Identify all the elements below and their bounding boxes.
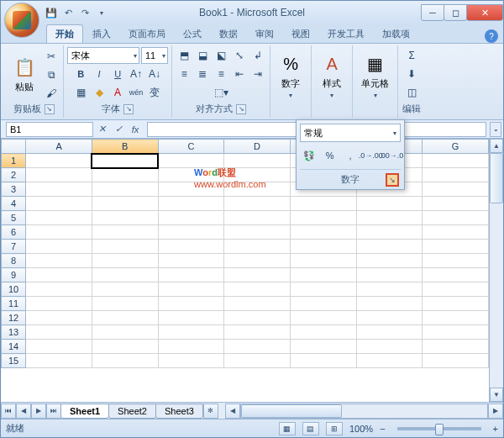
comma-style-icon[interactable]: , bbox=[341, 147, 360, 164]
cell[interactable] bbox=[423, 325, 489, 340]
cell[interactable] bbox=[92, 154, 158, 168]
underline-button[interactable]: U bbox=[109, 66, 126, 82]
cell[interactable] bbox=[224, 197, 291, 211]
cell[interactable] bbox=[224, 340, 291, 354]
increase-decimal-icon[interactable]: .0→.00 bbox=[361, 147, 380, 164]
scroll-left-icon[interactable]: ◀ bbox=[225, 404, 240, 419]
cell[interactable] bbox=[224, 354, 291, 368]
currency-icon[interactable]: 💱 bbox=[300, 147, 318, 164]
cell[interactable] bbox=[423, 311, 489, 325]
number-dialog-launcher[interactable]: ↘ bbox=[386, 173, 399, 187]
format-painter-icon[interactable]: 🖌 bbox=[43, 85, 60, 102]
cell[interactable] bbox=[290, 282, 356, 297]
cell[interactable] bbox=[290, 197, 356, 211]
cell[interactable] bbox=[423, 240, 489, 254]
align-middle-icon[interactable]: ⬓ bbox=[194, 47, 211, 64]
cell[interactable] bbox=[290, 240, 356, 254]
col-header[interactable]: B bbox=[92, 140, 158, 154]
new-sheet-icon[interactable]: ✻ bbox=[203, 404, 218, 419]
cell[interactable] bbox=[158, 311, 224, 325]
cell[interactable] bbox=[26, 282, 92, 297]
scroll-down-icon[interactable]: ▼ bbox=[490, 388, 503, 402]
cell[interactable] bbox=[26, 311, 92, 325]
cancel-icon[interactable]: ✕ bbox=[93, 122, 110, 137]
tab-page-layout[interactable]: 页面布局 bbox=[120, 25, 174, 43]
enter-icon[interactable]: ✓ bbox=[110, 122, 127, 137]
cell[interactable] bbox=[224, 225, 291, 240]
cell[interactable] bbox=[92, 225, 158, 240]
cell[interactable] bbox=[224, 154, 291, 168]
cells-button[interactable]: ▦ 单元格▾ bbox=[356, 50, 394, 101]
orientation-icon[interactable]: ⤡ bbox=[231, 47, 248, 64]
shrink-font-icon[interactable]: A↓ bbox=[146, 66, 163, 82]
cell[interactable] bbox=[92, 282, 158, 297]
zoom-level[interactable]: 100% bbox=[349, 424, 373, 434]
cell[interactable] bbox=[290, 211, 356, 225]
sheet-nav-last-icon[interactable]: ⏭ bbox=[46, 404, 61, 419]
fx-icon[interactable]: fx bbox=[127, 122, 144, 137]
bold-button[interactable]: B bbox=[72, 66, 89, 82]
cell[interactable] bbox=[92, 325, 158, 340]
cell[interactable] bbox=[158, 154, 224, 168]
phonetic2-icon[interactable]: 变 bbox=[146, 84, 163, 101]
cell[interactable] bbox=[423, 282, 489, 297]
col-header[interactable]: C bbox=[158, 140, 224, 154]
zoom-slider[interactable] bbox=[397, 427, 481, 430]
clear-icon[interactable]: ◫ bbox=[403, 84, 420, 101]
cell[interactable] bbox=[92, 254, 158, 268]
border-icon[interactable]: ▦ bbox=[72, 84, 89, 101]
row-header[interactable]: 9 bbox=[2, 268, 26, 282]
cell[interactable] bbox=[356, 354, 423, 368]
maximize-button[interactable]: ◻ bbox=[444, 4, 467, 21]
font-color-icon[interactable]: A bbox=[109, 84, 126, 101]
tab-addins[interactable]: 加载项 bbox=[374, 25, 418, 43]
name-box[interactable]: B1 bbox=[6, 122, 93, 137]
cell[interactable] bbox=[290, 325, 356, 340]
col-header[interactable]: G bbox=[423, 140, 489, 154]
sheet-tab[interactable]: Sheet2 bbox=[108, 404, 156, 419]
decrease-decimal-icon[interactable]: .00→.0 bbox=[382, 147, 401, 164]
cell[interactable] bbox=[423, 268, 489, 282]
zoom-in-icon[interactable]: + bbox=[493, 424, 498, 434]
cell[interactable] bbox=[224, 268, 291, 282]
cell[interactable] bbox=[158, 182, 224, 197]
paste-button[interactable]: 📋 粘贴 bbox=[8, 54, 41, 95]
cell[interactable] bbox=[356, 225, 423, 240]
cell[interactable] bbox=[423, 197, 489, 211]
cell[interactable] bbox=[158, 325, 224, 340]
cell[interactable] bbox=[26, 297, 92, 311]
tab-insert[interactable]: 插入 bbox=[84, 25, 119, 43]
merge-icon[interactable]: ⬚▾ bbox=[210, 84, 233, 101]
number-dropdown-button[interactable]: % 数字▾ bbox=[274, 50, 307, 101]
close-button[interactable]: ✕ bbox=[466, 4, 503, 21]
office-button[interactable] bbox=[4, 3, 39, 38]
phonetic-icon[interactable]: wén bbox=[128, 84, 144, 101]
cell[interactable] bbox=[423, 182, 489, 197]
cell[interactable] bbox=[92, 211, 158, 225]
row-header[interactable]: 10 bbox=[2, 282, 26, 297]
view-pagebreak-icon[interactable]: ⊞ bbox=[326, 422, 343, 435]
cell[interactable] bbox=[92, 182, 158, 197]
cell[interactable] bbox=[423, 211, 489, 225]
font-launcher[interactable]: ↘ bbox=[123, 104, 134, 114]
cell[interactable] bbox=[224, 168, 291, 182]
cell[interactable] bbox=[26, 325, 92, 340]
cell[interactable] bbox=[158, 168, 224, 182]
copy-icon[interactable]: ⧉ bbox=[43, 66, 60, 83]
number-format-select[interactable]: 常规▾ bbox=[300, 124, 401, 142]
undo-icon[interactable]: ↶ bbox=[61, 6, 75, 19]
cell[interactable] bbox=[224, 311, 291, 325]
cell[interactable] bbox=[356, 325, 423, 340]
cell[interactable] bbox=[26, 340, 92, 354]
font-size-select[interactable]: 11 bbox=[141, 47, 168, 64]
cell[interactable] bbox=[158, 197, 224, 211]
view-normal-icon[interactable]: ▦ bbox=[279, 422, 296, 435]
fill-icon[interactable]: ⬇ bbox=[403, 66, 420, 82]
cell[interactable] bbox=[224, 282, 291, 297]
cell[interactable] bbox=[356, 282, 423, 297]
cell[interactable] bbox=[224, 182, 291, 197]
percent-style-icon[interactable]: % bbox=[321, 147, 339, 164]
cell[interactable] bbox=[423, 154, 489, 168]
redo-icon[interactable]: ↷ bbox=[78, 6, 92, 19]
cell[interactable] bbox=[356, 311, 423, 325]
